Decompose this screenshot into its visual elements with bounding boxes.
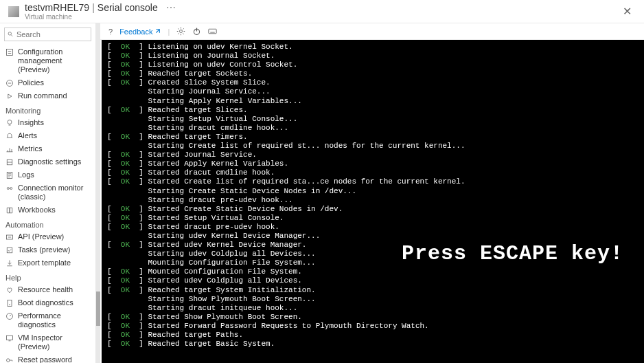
svg-point-0	[8, 32, 11, 35]
sidebar-section-header: Automation	[0, 217, 95, 230]
settings-icon[interactable]	[176, 27, 185, 36]
sidebar-item-label: Insights	[18, 118, 91, 127]
svg-point-16	[7, 359, 10, 362]
logs-icon	[5, 171, 14, 179]
sidebar-item-label: Workbooks	[18, 206, 91, 214]
vm-icon	[8, 6, 19, 17]
search-input[interactable]	[16, 30, 88, 38]
page-title: testvmRHEL79|Serial console ⋯	[25, 2, 619, 13]
key-icon	[5, 356, 14, 363]
sidebar-item[interactable]: Tasks (preview)	[0, 243, 95, 256]
conn-icon	[5, 184, 14, 192]
sidebar-scrollbar[interactable]	[96, 23, 100, 363]
heart-icon	[5, 286, 14, 294]
close-icon[interactable]: ✕	[619, 5, 636, 18]
sidebar-item-label: Resource health	[18, 285, 91, 294]
sidebar-item-label: Connection monitor (classic)	[18, 184, 91, 201]
sidebar-section-header: Monitoring	[0, 102, 95, 116]
svg-point-9	[10, 188, 12, 190]
resource-name: testvmRHEL79	[25, 2, 89, 13]
sidebar-item-label: Metrics	[18, 144, 91, 153]
sidebar-item-label: Configuration management (Preview)	[18, 47, 91, 74]
sidebar-item[interactable]: Run command	[0, 89, 95, 102]
toolbar: ? Feedback |	[96, 23, 644, 40]
sidebar-item[interactable]: Insights	[0, 116, 95, 129]
boot-icon	[5, 299, 14, 307]
sidebar-item[interactable]: Alerts	[0, 129, 95, 142]
power-icon[interactable]	[192, 27, 201, 36]
bulb-icon	[5, 119, 14, 127]
external-link-icon	[154, 28, 161, 35]
policy-icon	[5, 79, 14, 87]
sidebar-item-label: Logs	[18, 170, 91, 179]
overlay-instruction: Press ESCAPE key!	[402, 250, 623, 258]
page-header: testvmRHEL79|Serial console ⋯ Virtual ma…	[0, 0, 644, 23]
more-actions-icon[interactable]: ⋯	[166, 2, 176, 13]
sidebar-item[interactable]: Boot diagnostics	[0, 296, 95, 309]
sidebar-item[interactable]: Logs	[0, 168, 95, 182]
search-input-wrap[interactable]	[4, 28, 91, 41]
svg-rect-15	[7, 336, 13, 340]
svg-line-1	[11, 35, 12, 36]
sidebar-item-label: Policies	[18, 78, 91, 87]
sidebar-item[interactable]: Performance diagnostics	[0, 309, 95, 331]
sidebar-item-label: Run command	[18, 91, 91, 100]
run-icon	[5, 92, 14, 100]
cfg-icon	[5, 48, 14, 56]
sidebar: Configuration management (Preview)Polici…	[0, 23, 96, 363]
svg-marker-4	[8, 94, 12, 98]
svg-point-5	[8, 120, 12, 124]
sidebar-item[interactable]: Resource health	[0, 283, 95, 296]
svg-point-20	[180, 30, 183, 32]
svg-point-8	[7, 188, 9, 190]
task-icon	[5, 246, 14, 254]
sidebar-item[interactable]: Metrics	[0, 142, 95, 155]
sidebar-item[interactable]: API (Preview)	[0, 230, 95, 243]
svg-rect-12	[8, 300, 12, 307]
sidebar-item-label: Tasks (preview)	[18, 245, 91, 254]
sidebar-item[interactable]: Export template	[0, 256, 95, 270]
sidebar-item-label: VM Inspector (Preview)	[18, 333, 91, 351]
perf-icon	[5, 312, 14, 320]
alert-icon	[5, 132, 14, 140]
sidebar-item[interactable]: Policies	[0, 76, 95, 89]
serial-console-output[interactable]: [ OK ] Listening on udev Kernel Socket. …	[102, 40, 644, 363]
content: ? Feedback | [ OK ] Listening on udev Ke…	[96, 23, 644, 363]
sidebar-item[interactable]: Connection monitor (classic)	[0, 182, 95, 204]
resource-type: Virtual machine	[25, 13, 619, 21]
sidebar-item[interactable]: Configuration management (Preview)	[0, 45, 95, 76]
diag-icon	[5, 158, 14, 166]
svg-rect-2	[7, 50, 13, 56]
vm-icon	[5, 334, 14, 342]
sidebar-item-label: Reset password	[18, 355, 91, 363]
export-icon	[5, 259, 14, 267]
svg-rect-11	[7, 248, 12, 253]
sidebar-item[interactable]: VM Inspector (Preview)	[0, 331, 95, 353]
sidebar-item-label: Boot diagnostics	[18, 298, 91, 307]
body: Configuration management (Preview)Polici…	[0, 23, 644, 363]
sidebar-item[interactable]: Workbooks	[0, 204, 95, 217]
api-icon	[5, 233, 14, 241]
feedback-link[interactable]: Feedback	[119, 28, 161, 36]
sidebar-item[interactable]: Diagnostic settings	[0, 155, 95, 168]
scrollbar-thumb[interactable]	[96, 292, 100, 326]
header-title-wrap: testvmRHEL79|Serial console ⋯ Virtual ma…	[25, 2, 619, 21]
sidebar-item-label: Diagnostic settings	[18, 157, 91, 166]
sidebar-section-header: Help	[0, 270, 95, 283]
sidebar-item-label: API (Preview)	[18, 232, 91, 241]
help-icon[interactable]: ?	[108, 28, 113, 36]
sidebar-item-label: Performance diagnostics	[18, 311, 91, 329]
sidebar-item-label: Export template	[18, 258, 91, 267]
svg-rect-23	[209, 29, 216, 34]
sidebar-item[interactable]: Reset password	[0, 353, 95, 363]
search-icon	[8, 31, 14, 38]
book-icon	[5, 206, 14, 214]
sidebar-item-label: Alerts	[18, 131, 91, 140]
svg-point-13	[9, 305, 10, 306]
blade-name: Serial console	[97, 2, 158, 13]
keyboard-icon[interactable]	[208, 27, 217, 36]
chart-icon	[5, 145, 14, 153]
